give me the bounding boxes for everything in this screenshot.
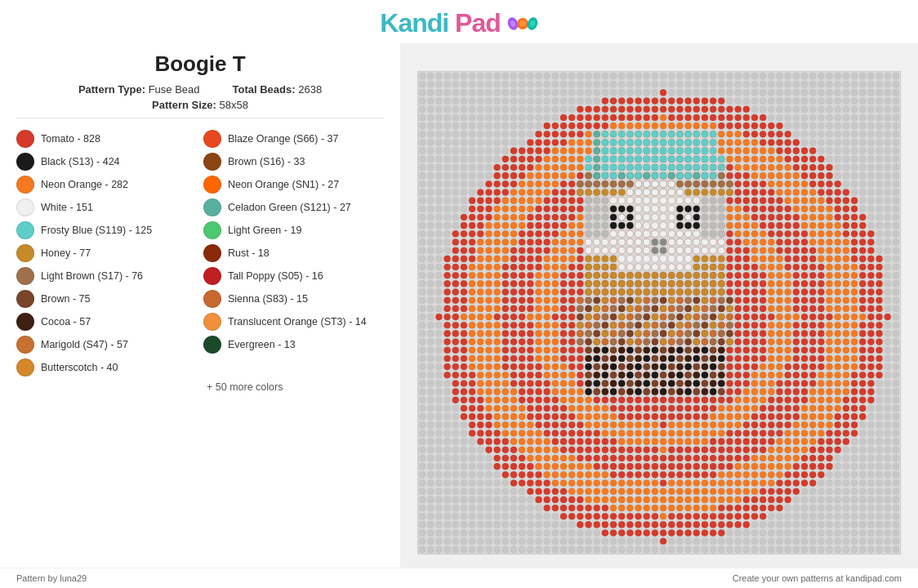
color-label: Sienna (S83) - 15 (228, 293, 308, 305)
pattern-size-value: 58x58 (219, 99, 247, 111)
pattern-size-row: Pattern Size: 58x58 (16, 99, 384, 111)
color-label: Tomato - 828 (41, 133, 100, 145)
pattern-type-value: Fuse Bead (149, 83, 200, 96)
color-label: Celadon Green (S121) - 27 (228, 202, 351, 213)
color-label: Cocoa - 57 (41, 316, 91, 327)
total-beads: Total Beads: 2638 (233, 83, 323, 96)
color-swatch (203, 153, 221, 171)
color-grid: Tomato - 828Blaze Orange (S66) - 37Black… (16, 128, 384, 394)
total-beads-value: 2638 (298, 83, 322, 96)
footer: Pattern by luna29 Create your own patter… (0, 568, 918, 588)
color-swatch (16, 267, 34, 285)
color-row: Neon Orange (SN1) - 27 (203, 174, 384, 195)
divider (16, 118, 384, 118)
color-row: Butterscotch - 40 (16, 357, 197, 378)
bead-pattern-canvas (417, 71, 901, 555)
color-row: Tomato - 828 (16, 128, 197, 149)
color-label: Light Green - 19 (228, 225, 301, 236)
color-swatch (16, 130, 34, 148)
color-swatch (203, 267, 221, 285)
color-label: Honey - 77 (41, 247, 91, 259)
color-label: Tall Poppy (S05) - 16 (228, 270, 323, 282)
footer-right: Create your own patterns at kandipad.com (733, 573, 902, 583)
color-swatch (203, 176, 221, 194)
color-swatch (16, 359, 34, 376)
color-label: Frosty Blue (S119) - 125 (41, 225, 152, 236)
color-label: White - 151 (41, 202, 93, 213)
color-row: Light Brown (S17) - 76 (16, 265, 197, 287)
color-row: Honey - 77 (16, 243, 197, 264)
svg-point-3 (519, 20, 526, 27)
pattern-type: Pattern Type: Fuse Bead (78, 83, 200, 96)
main-layout: Boogie T Pattern Type: Fuse Bead Total B… (0, 43, 918, 582)
color-row: Frosty Blue (S119) - 125 (16, 220, 197, 241)
color-swatch (203, 130, 221, 148)
pattern-size: Pattern Size: 58x58 (152, 99, 248, 111)
color-swatch (16, 176, 34, 194)
color-row: Rust - 18 (203, 243, 384, 264)
color-swatch (203, 221, 221, 239)
more-colors-label: + 50 more colors (203, 381, 283, 393)
logo-icons (507, 11, 538, 37)
color-swatch (16, 336, 34, 354)
pattern-title: Boogie T (16, 51, 384, 77)
color-swatch (203, 244, 221, 262)
color-row: Black (S13) - 424 (16, 151, 197, 172)
color-label: Light Brown (S17) - 76 (41, 270, 143, 282)
color-row: Brown (S16) - 33 (203, 151, 384, 172)
color-row: Marigold (S47) - 57 (16, 334, 197, 355)
color-swatch (203, 290, 221, 308)
color-swatch (16, 313, 34, 331)
color-label: Blaze Orange (S66) - 37 (228, 133, 339, 145)
color-swatch (16, 153, 34, 171)
logo-pad: Pad (455, 8, 501, 38)
color-row: Blaze Orange (S66) - 37 (203, 128, 384, 149)
color-swatch (203, 198, 221, 216)
color-row: Celadon Green (S121) - 27 (203, 197, 384, 218)
color-swatch (16, 244, 34, 262)
right-panel (400, 43, 918, 582)
color-swatch (16, 290, 34, 308)
color-row: Brown - 75 (16, 288, 197, 310)
color-row: Evergreen - 13 (203, 334, 384, 355)
color-label: Brown (S16) - 33 (228, 156, 305, 167)
color-label: Neon Orange - 282 (41, 179, 128, 190)
color-swatch (203, 313, 221, 331)
pattern-type-label: Pattern Type: (78, 83, 145, 96)
color-row: Neon Orange - 282 (16, 174, 197, 195)
pattern-meta: Pattern Type: Fuse Bead Total Beads: 263… (16, 83, 384, 96)
color-label: Rust - 18 (228, 247, 270, 259)
color-swatch (203, 336, 221, 354)
color-row: Tall Poppy (S05) - 16 (203, 265, 384, 287)
logo-kandi: Kandi (380, 8, 448, 38)
footer-left: Pattern by luna29 (16, 573, 87, 583)
color-row: Cocoa - 57 (16, 311, 197, 332)
color-row: Translucent Orange (ST3) - 14 (203, 311, 384, 332)
color-row: Light Green - 19 (203, 220, 384, 241)
color-label: Brown - 75 (41, 293, 90, 305)
color-label: Evergreen - 13 (228, 339, 296, 350)
color-swatch (16, 198, 34, 216)
left-panel: Boogie T Pattern Type: Fuse Bead Total B… (0, 43, 400, 582)
pattern-size-label: Pattern Size: (152, 99, 216, 111)
color-label: Black (S13) - 424 (41, 156, 120, 167)
color-label: Marigold (S47) - 57 (41, 339, 128, 350)
color-row: White - 151 (16, 197, 197, 218)
header: Kandi Pad (0, 0, 918, 43)
color-label: Butterscotch - 40 (41, 362, 118, 373)
color-row: Sienna (S83) - 15 (203, 288, 384, 310)
color-swatch (16, 221, 34, 239)
total-beads-label: Total Beads: (233, 83, 296, 96)
more-colors[interactable]: + 50 more colors (203, 380, 384, 394)
color-label: Translucent Orange (ST3) - 14 (228, 316, 367, 327)
color-label: Neon Orange (SN1) - 27 (228, 179, 339, 190)
